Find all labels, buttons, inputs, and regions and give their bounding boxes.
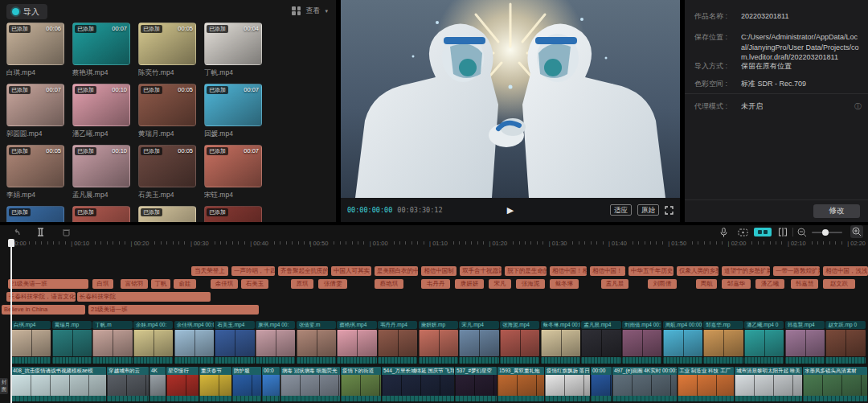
broll-clip[interactable]: 4K (149, 367, 166, 401)
subtitle-clip[interactable]: 相信中国，浅浅 (823, 266, 868, 276)
delete-icon[interactable] (59, 226, 72, 238)
name-text-clip[interactable]: 宋凡 (489, 279, 511, 289)
timeline-zoom-slider[interactable] (812, 232, 842, 233)
video-clip[interactable]: 丁帆.m (92, 321, 132, 364)
subtitle-clip[interactable]: 齐鲁聚起全抗疫的 (278, 266, 328, 276)
media-card[interactable]: 已添加00:04丁帆.mp4 (204, 23, 265, 84)
name-text-clip[interactable]: 赵文跃 (823, 279, 855, 289)
video-clip[interactable]: 刘雨倩.mp4 00: (622, 321, 661, 364)
media-card[interactable]: 已添加 (6, 206, 68, 222)
video-clip[interactable]: 周航.mp4 00:00:08.2 (663, 321, 702, 364)
play-button[interactable]: ▶ (507, 205, 514, 216)
media-card[interactable]: 已添加00:06白琪.mp4 (6, 23, 68, 84)
subtitle-clip[interactable]: 一带一路敦煌扩展 (773, 266, 820, 276)
organization-text-clip[interactable]: 长春科技学院 (77, 292, 211, 302)
broll-clip[interactable]: 工业 制造业 科技 工厂 (678, 367, 734, 401)
subtitle-clip[interactable]: 仅象人类的乡愁 (677, 266, 719, 276)
subtitle-clip[interactable]: 相信中国！相 (550, 266, 587, 276)
name-text-clip[interactable]: 韩嘉慧 (791, 279, 818, 289)
name-text-clip[interactable]: 石美玉 (241, 279, 268, 289)
video-clip[interactable]: 余娃.mp4 00: (133, 321, 173, 364)
snap-toggle-on[interactable] (754, 228, 772, 236)
media-card[interactable]: 已添加 (138, 206, 199, 222)
split-cursor-icon[interactable] (34, 226, 47, 238)
name-text-clip[interactable]: 白琪 (92, 279, 113, 289)
video-clip[interactable]: 稣冬琳.mp4 00:0 (541, 321, 580, 364)
name-text-clip[interactable]: 刘雨倩 (648, 279, 677, 289)
broll-clip[interactable]: 537_#梦幻星空 (455, 367, 497, 401)
name-text-clip[interactable]: 富铭羽 (121, 279, 148, 289)
broll-clip[interactable]: 病毒 冠状病毒 细胞荧光 (280, 367, 340, 401)
video-clip[interactable]: 韩嘉慧.mp4 (785, 321, 825, 364)
subtitle-clip[interactable]: 当天荣登上 (191, 266, 228, 276)
name-text-clip[interactable]: 韦丹丹 (421, 279, 450, 289)
broll-clip[interactable]: 星空慢行 (166, 367, 199, 401)
split-clip-icon[interactable] (776, 226, 789, 238)
broll-clip[interactable]: 544_万里长城绵延 国庆节 飞翔 (382, 367, 454, 401)
media-card[interactable]: 已添加00:10潘乙曦.mp4 (72, 84, 133, 145)
record-voiceover-icon[interactable] (717, 226, 730, 238)
broll-clip[interactable]: 00:00 (591, 367, 612, 401)
media-card[interactable]: 已添加00:05石美玉.mp4 (138, 145, 199, 206)
preview-video-frame[interactable] (341, 0, 680, 198)
name-text-clip[interactable]: 余佳琪 (211, 279, 238, 289)
video-clip[interactable]: 白琪.mp4 (11, 321, 51, 364)
broll-clip[interactable]: 497_(e)圆圈 4K实时 00:00:06 (612, 367, 677, 401)
broll-clip[interactable]: 重庆春节 (199, 367, 231, 401)
video-clip[interactable]: 蔡艳琪.mp4 (337, 321, 376, 364)
broll-clip[interactable]: 1593_黄双重礼炮 (497, 367, 544, 401)
view-mode-dropdown[interactable]: 查看 ▾ (292, 6, 328, 16)
broll-clip[interactable]: 穿越城市的云 (107, 367, 149, 401)
video-clip[interactable]: 潘乙曦.mp4 0 (744, 321, 784, 364)
broll-clip[interactable]: 防护服 (232, 367, 261, 401)
video-clip[interactable]: 邹嘉华.mp (703, 321, 743, 364)
organization-text-clip[interactable]: 长春科技学院，语言文化学院 (6, 292, 76, 302)
zoom-out-icon[interactable] (796, 226, 809, 238)
media-card[interactable]: 已添加00:05陈奕竹.mp4 (138, 23, 199, 84)
subtitle-clip[interactable]: 双手合十祝愿记 (460, 266, 502, 276)
zoom-slider-knob[interactable] (822, 229, 829, 236)
broll-clip[interactable]: 城市清晨黎明太阳升起 唯美 (735, 367, 802, 401)
name-text-clip[interactable]: 周航 (696, 279, 717, 289)
subtitle-clip[interactable]: 中国人可其实 (331, 266, 371, 276)
media-card[interactable]: 已添加00:05黄瑞月.mp4 (138, 84, 199, 145)
media-card[interactable]: 已添加 (72, 206, 133, 222)
video-clip[interactable]: 余佳琪.mp4 00:0 (174, 321, 214, 364)
broll-clip[interactable]: 408_抗击疫情请战书视频模板ae模 (11, 367, 106, 401)
name-text-clip[interactable]: 潘乙曦 (755, 279, 784, 289)
video-clip[interactable]: 唐妍妍.mp (419, 321, 458, 364)
title-text-clip[interactable]: 21级美语一班 (88, 305, 259, 315)
broll-clip[interactable]: 00:0 (262, 367, 280, 401)
playhead-handle[interactable] (8, 239, 14, 247)
subtitle-clip[interactable]: 是美丽白衣的中 (375, 266, 418, 276)
video-clip[interactable]: 张海泥.mp4 (500, 321, 539, 364)
subtitle-clip[interactable]: 道望宁的乡愁扩展 (722, 266, 770, 276)
name-text-clip[interactable]: 稣冬琳 (550, 279, 579, 289)
original-ratio-button[interactable]: 原始 (637, 204, 659, 216)
video-clip[interactable]: 石美玉.mp4 (215, 321, 254, 364)
cover-button[interactable]: 封面 (0, 378, 8, 394)
media-card[interactable]: 已添加00:05李娟.mp4 (6, 145, 68, 206)
name-text-clip[interactable]: 蔡艳琪 (375, 279, 403, 289)
name-text-clip[interactable]: 原琪 (291, 279, 313, 289)
subtitle-clip[interactable]: 相信中国制 (421, 266, 457, 276)
video-clip[interactable]: 黄瑞月.mp (52, 321, 92, 364)
name-text-clip[interactable]: 孟凡晨 (601, 279, 628, 289)
video-clip[interactable]: 张倩雯.m (297, 321, 336, 364)
video-clip[interactable]: 韦丹丹.mp4 (378, 321, 417, 364)
subtitle-clip[interactable]: 相信中国！！ (590, 266, 625, 276)
modify-button[interactable]: 修改 (813, 204, 860, 218)
video-clip[interactable]: 原琪.mp4 00: (256, 321, 295, 364)
preview-axis-icon[interactable] (736, 226, 749, 238)
info-icon[interactable]: ⓘ (854, 101, 862, 112)
broll-clip[interactable]: 水墨风多镜头高清素材 (803, 367, 867, 401)
subtitle-clip[interactable]: 脱下的是生命的 (505, 266, 547, 276)
fit-ratio-button[interactable]: 适应 (610, 204, 632, 216)
import-button[interactable]: 导入 (6, 4, 47, 19)
media-card[interactable]: 已添加00:07蔡艳琪.mp4 (72, 23, 133, 84)
video-clip[interactable]: 赵文跃.mp 0 (825, 321, 865, 364)
broll-clip[interactable]: 疫情下的街道 (341, 367, 381, 401)
name-text-clip[interactable]: 俞娃 (174, 279, 196, 289)
title-text-clip[interactable]: Believe in China (2, 305, 85, 315)
media-card[interactable]: 已添加00:10孟凡晨.mp4 (72, 145, 133, 206)
